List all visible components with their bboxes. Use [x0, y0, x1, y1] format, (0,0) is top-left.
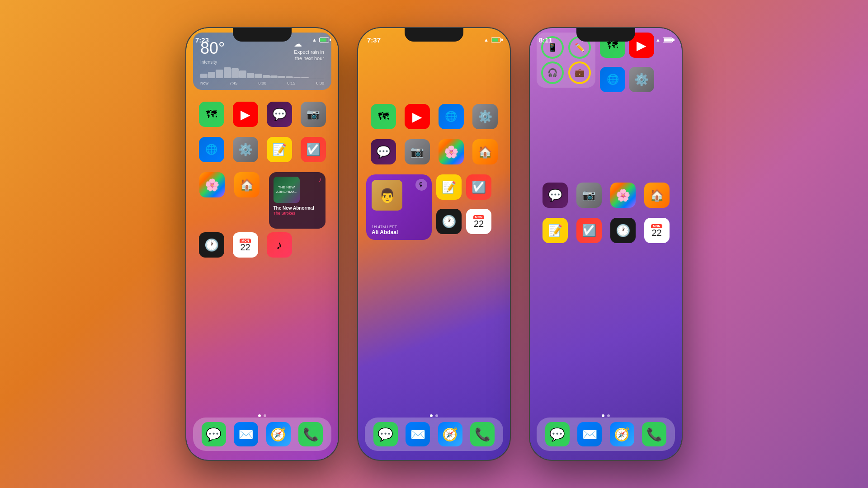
reminders-icon: ☑️	[301, 137, 326, 162]
battery-circle-bag: 💼	[568, 61, 591, 84]
dot-active-2	[430, 414, 433, 417]
reminders-icon-3: ☑️	[576, 218, 602, 243]
phone-2: 7:37 ▲ 🎵 The New Abnormal The Strokes ♪	[357, 27, 511, 461]
clock-icon-2: 🕐	[436, 209, 462, 234]
messages-dock[interactable]: 💬	[202, 422, 226, 446]
notch-3	[576, 28, 635, 42]
dot-active-3	[602, 414, 604, 417]
photos-icon-2: 🌸	[439, 139, 464, 164]
mail-dock-icon-2: ✉️	[406, 422, 430, 446]
slack-icon-3: 💬	[542, 183, 568, 208]
messages-icon-dock: 💬	[202, 422, 226, 446]
weather-times: Now7:458:008:158:30	[200, 81, 324, 85]
dot-inactive-3	[607, 414, 610, 417]
notes-icon-2: 📝	[436, 174, 462, 200]
slack-icon-2: 💬	[371, 139, 396, 164]
maps-icon: 🗺	[199, 102, 224, 127]
phone-dock-2[interactable]: 📞	[470, 422, 495, 446]
translate-icon-2: 🌐	[439, 104, 464, 129]
safari-dock-icon-3: 🧭	[610, 422, 634, 446]
notes-icon: 📝	[267, 137, 292, 162]
messages-dock-3[interactable]: 💬	[545, 422, 570, 446]
safari-icon-dock: 🧭	[266, 422, 291, 446]
phone-dock-icon-3: 📞	[642, 422, 666, 446]
weather-intensity: Intensity	[200, 60, 225, 65]
status-icons-2: ▲	[484, 37, 501, 42]
podcast-top: 👨 🎙	[372, 180, 426, 211]
translate-icon-3: 🌐	[600, 67, 625, 92]
home-icon-2: 🏠	[472, 139, 498, 164]
messages-dock-icon-3: 💬	[545, 422, 570, 446]
notch-2	[405, 28, 463, 42]
phone-dock-3[interactable]: 📞	[642, 422, 666, 446]
podcast-widget: 👨 🎙 1H 47M LEFT Ali Abdaal	[366, 174, 432, 240]
time-3: 8:11	[539, 36, 552, 44]
phone-dock-icon-2: 📞	[470, 422, 495, 446]
safari-dock-3[interactable]: 🧭	[610, 422, 634, 446]
mail-dock-3[interactable]: ✉️	[577, 422, 602, 446]
battery-3	[663, 38, 673, 42]
phone-3: 8:11 ▲ 📱 ✏️ 🎧	[529, 27, 683, 461]
music-art: THE NEW ABNORMAL	[274, 177, 300, 203]
music-artist: The Strokes	[274, 211, 321, 216]
wifi-icon-1: ▲	[312, 37, 317, 42]
slack-icon: 💬	[267, 102, 292, 127]
reminders-icon-2: ☑️	[466, 174, 491, 200]
battery-item-headphone: 🎧	[540, 61, 565, 84]
status-icons-1: ▲	[312, 37, 329, 42]
podcast-host: Ali Abdaal	[372, 229, 426, 235]
dot-inactive-2	[435, 414, 438, 417]
dot-inactive	[264, 414, 266, 417]
podcast-mic: 🎙	[415, 179, 427, 191]
calendar-icon-2: MON 22	[466, 209, 491, 234]
weather-bar	[200, 67, 324, 78]
podcast-image: 👨	[372, 180, 402, 211]
battery-icon-1	[319, 38, 329, 42]
battery-2	[491, 38, 501, 42]
maps-icon-2: 🗺	[371, 104, 396, 129]
podcast-time: 1H 47M LEFT	[372, 225, 426, 229]
music-widget-small: ♪ THE NEW ABNORMAL The New Abnormal The …	[269, 172, 326, 229]
safari-dock-2[interactable]: 🧭	[438, 422, 462, 446]
calendar-icon-3: MON 22	[644, 218, 670, 243]
notes-icon-3: 📝	[542, 218, 568, 243]
wifi-icon-2: ▲	[484, 37, 489, 42]
dock-3: 💬 ✉️ 🧭 📞	[537, 418, 675, 451]
page-dots-3	[530, 414, 682, 417]
youtube-icon: ▶	[233, 102, 258, 127]
podcast-info: 1H 47M LEFT Ali Abdaal	[372, 225, 426, 235]
youtube-icon-2: ▶	[405, 104, 430, 129]
photos-icon-3: 🌸	[610, 183, 636, 208]
mail-icon-dock: ✉️	[234, 422, 258, 446]
music-title: The New Abnormal	[274, 206, 321, 211]
dock-1: 💬 ✉️ 🧭 📞	[193, 418, 331, 451]
camera-icon: 📷	[301, 102, 326, 127]
status-icons-3: ▲	[656, 37, 673, 42]
settings-icon-2: ⚙️	[472, 104, 498, 129]
clock-icon-3: 🕐	[610, 218, 636, 243]
messages-dock-icon-2: 💬	[373, 422, 398, 446]
camera-icon-2: 📷	[405, 139, 430, 164]
time-1: 7:23	[195, 36, 209, 44]
page-dots-2	[358, 414, 510, 417]
phone-icon-dock: 📞	[298, 422, 323, 446]
battery-circle-headphone: 🎧	[541, 61, 564, 84]
music-icon: ♪	[267, 232, 292, 258]
page-dots-1	[186, 414, 338, 417]
translate-icon: 🌐	[199, 137, 224, 162]
mail-dock[interactable]: ✉️	[234, 422, 258, 446]
phone-dock[interactable]: 📞	[298, 422, 323, 446]
safari-dock-icon-2: 🧭	[438, 422, 462, 446]
battery-item-bag: 💼	[567, 61, 592, 84]
phone-1: 7:23 ▲ 80° Intensity ☁ Expect rain inthe…	[185, 27, 339, 461]
mail-dock-icon-3: ✉️	[577, 422, 602, 446]
music-note-icon: ♪	[319, 176, 322, 183]
mail-dock-2[interactable]: ✉️	[406, 422, 430, 446]
settings-icon: ⚙️	[233, 137, 258, 162]
weather-desc: Expect rain inthe next hour	[294, 49, 324, 62]
time-2: 7:37	[367, 36, 381, 44]
home-icon: 🏠	[234, 172, 259, 197]
messages-dock-2[interactable]: 💬	[373, 422, 398, 446]
calendar-icon: MON 22	[233, 232, 258, 258]
safari-dock[interactable]: 🧭	[266, 422, 291, 446]
